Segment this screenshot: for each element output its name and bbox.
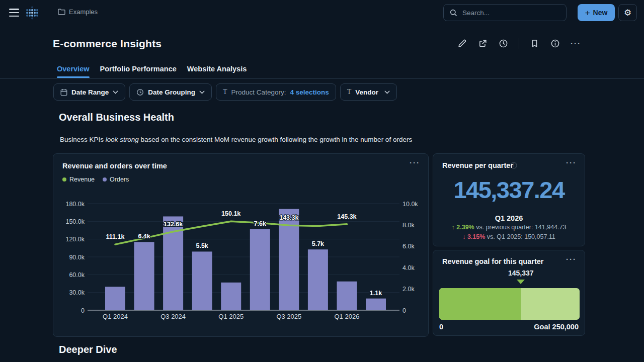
trend-percent: 2.39%: [456, 224, 474, 231]
kpi-value: 145,337.24: [433, 176, 585, 204]
new-button[interactable]: + New: [578, 4, 615, 21]
dashboard-tabs: Overview Portfolio Performance Website A…: [57, 65, 247, 78]
goal-card-title[interactable]: Revenue goal for this quarter: [442, 257, 543, 265]
desc-text: Business KPIs: [60, 136, 106, 143]
share-icon[interactable]: [477, 38, 488, 49]
filter-label: Vendor: [355, 88, 378, 96]
card-menu-icon[interactable]: ···: [566, 159, 577, 166]
trend-text: vs. previous quarter: 141,944.73: [476, 224, 566, 231]
actions-divider: [519, 38, 519, 49]
svg-text:145.3k: 145.3k: [337, 213, 356, 220]
goal-min-label: 0: [439, 323, 443, 331]
filter-bar: Date Range Date Grouping T Product Categ…: [53, 83, 397, 101]
filter-vendor[interactable]: T Vendor: [340, 83, 397, 101]
filter-date-range[interactable]: Date Range: [53, 83, 125, 101]
tab-portfolio-performance[interactable]: Portfolio Performance: [100, 65, 177, 78]
svg-text:0: 0: [81, 307, 85, 314]
svg-text:90.0k: 90.0k: [69, 254, 85, 261]
arrow-down-icon: ↓: [462, 233, 465, 240]
breadcrumb-label: Examples: [69, 8, 98, 16]
clock-icon: [136, 88, 144, 96]
legend-label: Orders: [110, 176, 129, 183]
combo-chart: 180.0k150.0k120.0k90.0k60.0k30.0k010.0k8…: [53, 194, 428, 324]
svg-text:143.3k: 143.3k: [279, 214, 298, 221]
dashboard-actions: ···: [457, 38, 581, 49]
svg-text:Q3 2025: Q3 2025: [276, 313, 301, 320]
info-icon[interactable]: [550, 38, 560, 49]
desc-italic-text: look strong: [106, 136, 139, 143]
filter-label: Product Category:: [231, 88, 286, 96]
section-description: Business KPIs look strong based on the c…: [60, 136, 412, 143]
svg-text:Q1 2025: Q1 2025: [218, 313, 244, 320]
svg-text:2.0k: 2.0k: [403, 286, 415, 293]
deeper-dive-heading: Deeper Dive: [59, 344, 117, 355]
svg-text:6.4k: 6.4k: [138, 233, 150, 240]
revenue-orders-chart-card: Revenue and orders over time ··· Revenue…: [53, 153, 429, 337]
search-icon: [450, 9, 457, 17]
gear-icon: ⚙: [624, 8, 631, 18]
legend-item-orders[interactable]: Orders: [103, 176, 129, 183]
kpi-trend-up: ↑ 2.39% vs. previous quarter: 141,944.73: [433, 224, 585, 231]
page-title: E-commerce Insights: [53, 38, 162, 50]
svg-text:8.0k: 8.0k: [403, 222, 415, 229]
svg-text:150.1k: 150.1k: [221, 210, 240, 217]
tab-website-analysis[interactable]: Website Analysis: [187, 65, 247, 78]
text-filter-icon: T: [347, 88, 352, 96]
trend-text: vs. Q1 2025: 150,057.11: [487, 233, 555, 240]
filter-product-category[interactable]: T Product Category: 4 selections: [216, 83, 336, 101]
top-bar: Examples + New ⚙: [0, 0, 644, 25]
card-menu-icon[interactable]: ···: [566, 255, 577, 263]
chevron-down-icon: [199, 90, 205, 94]
search-box[interactable]: [443, 4, 567, 21]
svg-text:150.0k: 150.0k: [65, 218, 85, 225]
svg-text:120.0k: 120.0k: [65, 236, 85, 243]
chevron-down-icon: [384, 90, 390, 94]
bookmark-icon[interactable]: [529, 38, 540, 49]
filter-label: Date Grouping: [148, 88, 195, 96]
kpi-card-title[interactable]: Revenue per quarter: [442, 161, 513, 169]
settings-button[interactable]: ⚙: [618, 4, 637, 21]
svg-text:132.6k: 132.6k: [164, 221, 183, 228]
chart-card-title[interactable]: Revenue and orders over time: [62, 162, 167, 170]
svg-text:0: 0: [403, 307, 406, 314]
plus-icon: +: [585, 9, 590, 17]
kpi-info-icon[interactable]: [510, 161, 518, 171]
svg-text:111.1k: 111.1k: [106, 233, 125, 240]
svg-text:1.1k: 1.1k: [370, 290, 382, 297]
legend-dot-orders: [103, 177, 107, 182]
filter-date-grouping[interactable]: Date Grouping: [129, 83, 212, 101]
svg-text:30.0k: 30.0k: [69, 289, 85, 296]
svg-text:Q3 2024: Q3 2024: [160, 313, 186, 320]
svg-text:5.7k: 5.7k: [312, 240, 324, 247]
legend-item-revenue[interactable]: Revenue: [62, 176, 95, 183]
edit-pencil-icon[interactable]: [457, 38, 467, 49]
goal-progress-fill: [439, 288, 521, 320]
goal-marker-icon: [517, 280, 525, 284]
folder-icon: [58, 9, 65, 15]
chevron-down-icon: [113, 90, 118, 94]
kpi-trend-down: ↓ 3.15% vs. Q1 2025: 150,057.11: [433, 233, 585, 240]
search-input[interactable]: [461, 9, 560, 17]
goal-target-label: Goal 250,000: [534, 323, 579, 331]
metabase-logo-icon[interactable]: [25, 6, 39, 20]
svg-text:10.0k: 10.0k: [403, 201, 418, 208]
hamburger-menu-icon[interactable]: [9, 9, 19, 17]
svg-text:6.0k: 6.0k: [403, 243, 415, 250]
desc-text: based on the consistent MoM revenue grow…: [139, 136, 412, 143]
svg-text:60.0k: 60.0k: [69, 272, 85, 279]
breadcrumb[interactable]: Examples: [58, 8, 98, 16]
filter-selection-count: 4 selections: [290, 88, 329, 96]
revenue-per-quarter-card: Revenue per quarter ··· 145,337.24 Q1 20…: [433, 153, 585, 246]
section-heading: Overall Business Health: [59, 112, 174, 123]
tab-overview[interactable]: Overview: [57, 65, 90, 78]
new-button-label: New: [593, 9, 608, 17]
card-menu-icon[interactable]: ···: [410, 159, 420, 166]
svg-text:180.0k: 180.0k: [65, 201, 85, 208]
legend-dot-revenue: [62, 177, 66, 182]
goal-current-value: 145,337: [508, 269, 534, 277]
text-filter-icon: T: [223, 88, 227, 96]
history-clock-icon[interactable]: [498, 38, 509, 49]
svg-text:7.6k: 7.6k: [254, 220, 266, 227]
more-options-icon[interactable]: ···: [571, 40, 581, 47]
revenue-goal-card: Revenue goal for this quarter ··· 145,33…: [433, 250, 585, 336]
